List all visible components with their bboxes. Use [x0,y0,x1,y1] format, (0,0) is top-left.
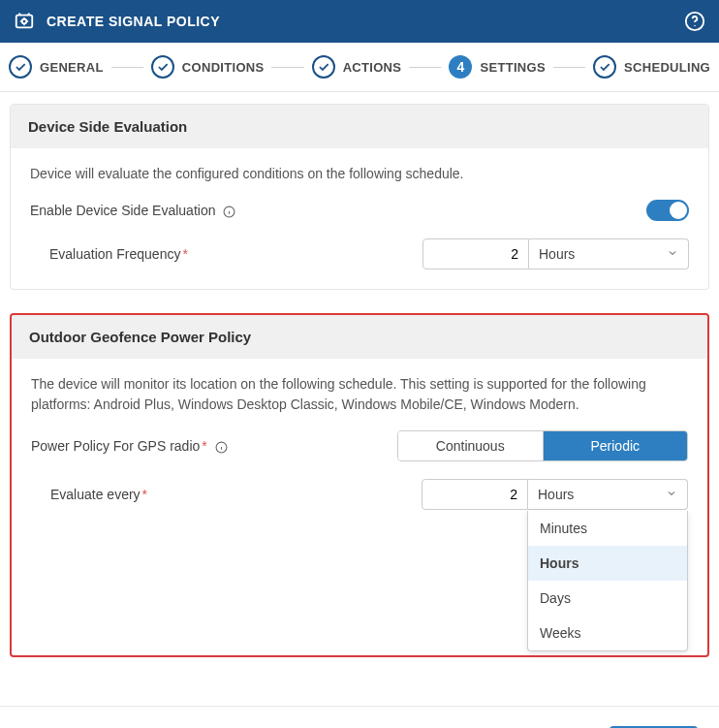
check-icon [9,55,32,79]
evaluate-every-input[interactable] [422,479,528,510]
step-general[interactable]: GENERAL [9,55,104,79]
check-icon [151,55,174,79]
evaluation-frequency-label: Evaluation Frequency* [30,246,301,262]
app-icon [14,11,35,32]
step-label: ACTIONS [343,60,402,75]
power-policy-label: Power Policy For GPS radio* [31,438,302,454]
svg-rect-0 [16,16,33,28]
select-value: Hours [538,487,574,502]
chevron-down-icon [667,246,678,262]
enable-device-eval-label: Enable Device Side Evaluation [30,203,301,218]
svg-point-3 [694,25,695,26]
help-icon[interactable] [684,11,705,32]
section-title: Outdoor Geofence Power Policy [12,315,707,359]
check-icon [593,55,616,79]
section-device-side-evaluation: Device Side Evaluation Device will evalu… [10,104,709,290]
step-label: SETTINGS [480,60,545,75]
unit-option-hours[interactable]: Hours [528,546,687,581]
select-value: Hours [539,246,575,262]
step-number-icon: 4 [449,55,472,79]
step-label: CONDITIONS [182,60,265,75]
evaluate-every-label: Evaluate every* [31,487,302,502]
section-outdoor-geofence-power-policy: Outdoor Geofence Power Policy The device… [10,313,709,657]
appbar-title: CREATE SIGNAL POLICY [47,14,220,29]
footer: BACK CANCEL NEXT [0,706,719,728]
step-label: SCHEDULING [624,60,710,75]
enable-device-eval-toggle[interactable] [646,200,689,221]
evaluation-frequency-input[interactable] [422,238,529,269]
app-bar: CREATE SIGNAL POLICY [0,0,719,43]
evaluation-frequency-unit-select[interactable]: Hours [529,238,689,269]
stepper-line [111,67,143,68]
unit-dropdown: Minutes Hours Days Weeks [527,511,688,651]
step-conditions[interactable]: CONDITIONS [151,55,265,79]
step-actions[interactable]: ACTIONS [312,55,402,79]
info-icon[interactable] [223,206,235,218]
stepper-line [271,67,303,68]
stepper-line [553,67,585,68]
step-settings[interactable]: 4 SETTINGS [449,55,545,79]
section-desc: Device will evaluate the configured cond… [30,164,689,184]
unit-option-weeks[interactable]: Weeks [528,616,687,650]
section-title: Device Side Evaluation [11,105,708,148]
info-icon[interactable] [215,441,228,454]
svg-point-1 [22,19,27,24]
chevron-down-icon [666,487,677,502]
section-desc: The device will monitor its location on … [31,374,688,415]
stepper: GENERAL CONDITIONS ACTIONS 4 SETTINGS SC… [0,43,719,92]
stepper-line [409,67,441,68]
unit-option-days[interactable]: Days [528,581,687,616]
step-label: GENERAL [40,60,104,75]
unit-option-minutes[interactable]: Minutes [528,511,687,546]
power-policy-segmented: Continuous Periodic [397,430,688,461]
power-policy-continuous[interactable]: Continuous [398,431,544,460]
step-scheduling[interactable]: SCHEDULING [593,55,710,79]
power-policy-periodic[interactable]: Periodic [544,431,688,460]
check-icon [312,55,335,79]
evaluate-every-unit-select[interactable]: Hours Minutes Hours Days Weeks [528,479,688,510]
